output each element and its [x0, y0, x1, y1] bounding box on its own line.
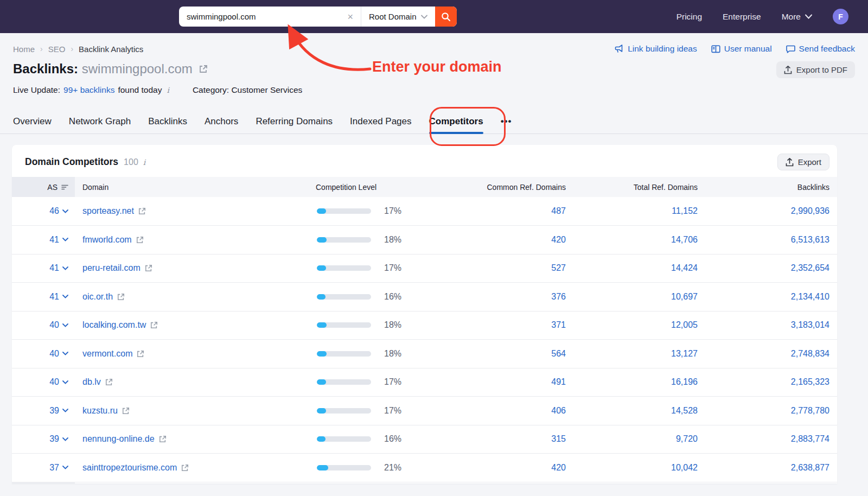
backlinks-value[interactable]: 2,748,834 [791, 349, 829, 358]
backlinks-value[interactable]: 2,134,410 [791, 292, 829, 301]
column-header-domain[interactable]: Domain [75, 177, 316, 197]
domain-link[interactable]: sporteasy.net [82, 206, 134, 216]
nav-more-menu[interactable]: More [782, 12, 812, 22]
backlinks-value[interactable]: 2,883,774 [791, 434, 829, 443]
domain-link[interactable]: kuzstu.ru [82, 406, 118, 416]
domain-link[interactable]: fmworld.com [82, 235, 132, 245]
tab-referring-domains[interactable]: Referring Domains [256, 109, 333, 134]
breadcrumb-seo[interactable]: SEO [48, 44, 66, 54]
tabs-more-button[interactable]: ••• [501, 116, 512, 127]
total-ref-domains-value[interactable]: 12,005 [671, 320, 698, 329]
competition-percent: 17% [384, 377, 401, 387]
common-ref-domains-value[interactable]: 527 [551, 263, 566, 272]
as-score-toggle[interactable]: 46 [49, 206, 68, 216]
common-ref-domains-value[interactable]: 406 [551, 406, 566, 415]
export-button[interactable]: Export [777, 154, 829, 170]
external-link-icon[interactable] [181, 464, 189, 472]
column-header-competition-level[interactable]: Competition Level [316, 177, 424, 197]
tab-backlinks[interactable]: Backlinks [148, 109, 187, 134]
link-building-ideas-link[interactable]: Link building ideas [615, 44, 697, 54]
total-ref-domains-value[interactable]: 14,528 [671, 406, 698, 415]
external-link-icon[interactable] [150, 321, 158, 329]
user-manual-link[interactable]: User manual [711, 44, 772, 54]
export-to-pdf-label: Export to PDF [796, 65, 847, 74]
common-ref-domains-value[interactable]: 371 [551, 320, 566, 329]
common-ref-domains-value[interactable]: 420 [551, 463, 566, 472]
export-to-pdf-button[interactable]: Export to PDF [776, 61, 855, 78]
as-score-toggle[interactable]: 41 [49, 292, 68, 302]
backlinks-value[interactable]: 2,165,323 [791, 377, 829, 386]
backlinks-value[interactable]: 2,638,877 [791, 463, 829, 472]
as-score-toggle[interactable]: 39 [49, 434, 68, 444]
search-button[interactable] [435, 7, 457, 27]
common-ref-domains-value[interactable]: 420 [551, 235, 566, 244]
total-ref-domains-value[interactable]: 16,196 [671, 377, 698, 386]
domain-link[interactable]: nennung-online.de [82, 434, 155, 444]
domain-link[interactable]: oic.or.th [82, 292, 113, 302]
search-scope-select[interactable]: Root Domain [361, 7, 435, 27]
table-row: 40 localking.com.tw 18% 371 12,005 3,183… [12, 311, 837, 340]
info-icon[interactable]: i [142, 158, 147, 167]
as-score-toggle[interactable]: 41 [49, 235, 68, 245]
avatar[interactable]: F [833, 9, 848, 24]
common-ref-domains-value[interactable]: 487 [551, 206, 566, 215]
competition-level-cell: 17% [316, 206, 424, 216]
domain-link[interactable]: vermont.com [82, 349, 132, 359]
send-feedback-link[interactable]: Send feedback [786, 44, 855, 54]
breadcrumb-home[interactable]: Home [13, 44, 35, 54]
backlinks-value[interactable]: 6,513,613 [791, 235, 829, 244]
card-count: 100 [124, 157, 138, 167]
domain-link[interactable]: sainttropeztourisme.com [82, 463, 177, 473]
external-link-icon[interactable] [138, 207, 146, 215]
backlinks-value[interactable]: 3,183,014 [791, 320, 829, 329]
total-ref-domains-value[interactable]: 10,697 [671, 292, 698, 301]
column-header-common-ref-domains[interactable]: Common Ref. Domains [424, 177, 566, 197]
common-ref-domains-value[interactable]: 376 [551, 292, 566, 301]
external-link-icon[interactable] [122, 407, 130, 415]
external-link-icon[interactable] [105, 378, 113, 386]
external-link-icon[interactable] [137, 350, 144, 358]
total-ref-domains-value[interactable]: 13,127 [671, 349, 698, 358]
as-score-toggle[interactable]: 41 [49, 263, 68, 273]
backlinks-today-link[interactable]: 99+ backlinks [63, 85, 114, 95]
nav-pricing-link[interactable]: Pricing [676, 12, 702, 22]
info-icon[interactable]: i [165, 86, 170, 94]
as-score-toggle[interactable]: 40 [49, 320, 68, 330]
clear-search-icon[interactable]: × [346, 12, 354, 22]
tab-overview[interactable]: Overview [13, 109, 52, 134]
top-navbar: × Root Domain Pricing Enterprise More F [0, 0, 868, 33]
total-ref-domains-value[interactable]: 11,152 [672, 206, 698, 215]
common-ref-domains-value[interactable]: 315 [551, 434, 566, 443]
external-link-icon[interactable] [199, 65, 208, 73]
domain-link[interactable]: db.lv [82, 377, 101, 387]
external-link-icon[interactable] [117, 293, 125, 301]
search-input[interactable] [187, 12, 346, 21]
tab-network-graph[interactable]: Network Graph [69, 109, 131, 134]
as-score-toggle[interactable]: 40 [49, 349, 68, 359]
tab-indexed-pages[interactable]: Indexed Pages [350, 109, 411, 134]
total-ref-domains-value[interactable]: 14,706 [671, 235, 698, 244]
column-header-as[interactable]: AS [47, 183, 68, 192]
as-score-toggle[interactable]: 39 [49, 406, 68, 416]
common-ref-domains-value[interactable]: 564 [551, 349, 566, 358]
total-ref-domains-value[interactable]: 14,424 [671, 263, 698, 272]
backlinks-value[interactable]: 2,778,780 [791, 406, 829, 415]
common-ref-domains-value[interactable]: 491 [551, 377, 566, 386]
nav-enterprise-link[interactable]: Enterprise [723, 12, 761, 22]
external-link-icon[interactable] [136, 236, 144, 244]
domain-link[interactable]: peru-retail.com [82, 263, 141, 273]
user-manual-label: User manual [724, 44, 772, 54]
as-score-toggle[interactable]: 37 [49, 463, 68, 473]
column-header-total-ref-domains[interactable]: Total Ref. Domains [566, 177, 698, 197]
domain-link[interactable]: localking.com.tw [82, 320, 146, 330]
external-link-icon[interactable] [145, 264, 152, 272]
external-link-icon[interactable] [159, 435, 167, 443]
tab-competitors[interactable]: Competitors [429, 109, 483, 134]
tab-anchors[interactable]: Anchors [205, 109, 238, 134]
backlinks-value[interactable]: 2,990,936 [791, 206, 829, 215]
column-header-backlinks[interactable]: Backlinks [698, 177, 837, 197]
backlinks-value[interactable]: 2,352,654 [791, 263, 829, 272]
total-ref-domains-value[interactable]: 10,042 [671, 463, 698, 472]
as-score-toggle[interactable]: 40 [49, 377, 68, 387]
total-ref-domains-value[interactable]: 9,720 [676, 434, 698, 443]
